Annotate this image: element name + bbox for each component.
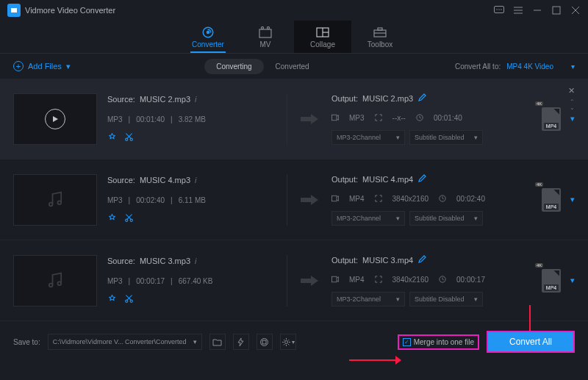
menu-icon[interactable]: [513, 5, 523, 15]
thumbnail[interactable]: [13, 255, 97, 306]
file-row[interactable]: Source:MUSIC 3.mp3i MP3|00:00:17|667.40 …: [0, 240, 588, 321]
svg-point-23: [130, 138, 132, 140]
chevron-down-icon: ▾: [193, 338, 197, 345]
rename-icon[interactable]: [417, 255, 426, 265]
source-name: MUSIC 4.mp3: [140, 176, 190, 184]
convert-all-button[interactable]: Convert All: [487, 331, 575, 353]
move-down-icon[interactable]: ⌄: [570, 105, 575, 111]
out-res: 3840x2160: [392, 195, 429, 203]
svg-point-3: [501, 9, 501, 10]
svg-point-40: [284, 340, 287, 343]
subtitle-select[interactable]: Subtitle Disabled▾: [409, 292, 483, 306]
out-format: MP4: [349, 276, 365, 284]
app-title: Vidmore Video Converter: [25, 6, 115, 15]
output-name: MUSIC 2.mp3: [362, 94, 413, 103]
svg-point-34: [126, 300, 128, 302]
rename-icon[interactable]: [417, 93, 426, 104]
resolution-icon: [375, 195, 382, 204]
video-icon: [331, 114, 339, 123]
annotation-arrow: [349, 359, 397, 361]
cut-icon[interactable]: [124, 294, 134, 305]
info-icon[interactable]: i: [195, 95, 196, 104]
subtitle-select[interactable]: Subtitle Disabled▾: [409, 130, 483, 145]
tab-mv[interactable]: MV: [237, 21, 294, 53]
resolution-icon: [375, 114, 382, 123]
output-preset[interactable]: 4K MP4: [538, 187, 564, 213]
remove-icon[interactable]: ✕: [568, 86, 575, 96]
out-duration: 00:01:40: [434, 114, 462, 122]
effects-icon[interactable]: [107, 132, 117, 143]
svg-point-35: [130, 300, 132, 302]
svg-point-12: [207, 31, 209, 33]
out-res: 3840x2160: [392, 276, 429, 284]
collage-icon: [316, 26, 329, 39]
convert-all-to-label: Convert All to:: [455, 62, 501, 71]
rename-icon[interactable]: [417, 174, 426, 184]
add-files-button[interactable]: + Add Files ▾: [13, 61, 71, 71]
audio-channel-select[interactable]: MP3-2Channel▾: [331, 292, 405, 306]
maximize-icon[interactable]: [551, 5, 562, 15]
audio-channel-select[interactable]: MP3-2Channel▾: [331, 130, 405, 145]
file-row[interactable]: Source:MUSIC 2.mp3i MP3|00:01:40|3.82 MB…: [0, 79, 588, 159]
chevron-down-icon[interactable]: ▾: [570, 195, 575, 204]
svg-point-22: [126, 138, 128, 140]
svg-point-26: [49, 202, 53, 206]
output-name: MUSIC 3.mp4: [362, 256, 413, 265]
effects-icon[interactable]: [107, 294, 117, 305]
seg-converted[interactable]: Converted: [264, 59, 321, 74]
minimize-icon[interactable]: [532, 5, 542, 15]
effects-icon[interactable]: [107, 213, 117, 224]
info-icon[interactable]: i: [195, 176, 196, 184]
tab-toolbox[interactable]: Toolbox: [351, 21, 409, 53]
app-logo: [7, 4, 21, 17]
footer: Save to: C:\Vidmore\Vidmore V... Convert…: [0, 325, 588, 359]
chevron-down-icon[interactable]: ▾: [570, 276, 575, 285]
output-preset[interactable]: 4K MP4: [538, 268, 564, 294]
source-label: Source:: [107, 95, 135, 104]
preset-selector[interactable]: MP4 4K Video ▾: [506, 62, 575, 71]
settings-button[interactable]: ▾: [280, 334, 296, 350]
thumbnail[interactable]: [13, 93, 97, 145]
src-duration: 00:01:40: [136, 115, 165, 123]
svg-point-15: [268, 26, 270, 29]
chevron-down-icon[interactable]: ▾: [570, 114, 575, 123]
checkbox-checked-icon: ✓: [403, 338, 411, 346]
close-icon[interactable]: [570, 5, 581, 15]
clock-icon: [439, 195, 446, 204]
src-duration: 00:02:40: [136, 196, 165, 204]
audio-channel-select[interactable]: MP3-2Channel▾: [331, 211, 405, 226]
tab-converter[interactable]: Converter: [179, 21, 237, 53]
file-list: Source:MUSIC 2.mp3i MP3|00:01:40|3.82 MB…: [0, 79, 588, 325]
chevron-down-icon: ▾: [474, 295, 478, 303]
seg-converting[interactable]: Converting: [204, 59, 263, 74]
converter-icon: [201, 26, 215, 39]
info-icon[interactable]: i: [195, 257, 196, 265]
hardware-accel-button[interactable]: [233, 334, 249, 350]
subtitle-select[interactable]: Subtitle Disabled▾: [409, 211, 483, 226]
feedback-icon[interactable]: [494, 5, 504, 15]
src-size: 6.11 MB: [179, 196, 206, 204]
segment-toggle: Converting Converted: [204, 59, 321, 74]
source-label: Source:: [107, 176, 135, 184]
src-format: MP3: [107, 115, 123, 123]
cut-icon[interactable]: [124, 132, 134, 143]
output-preset[interactable]: 4K MP4: [538, 106, 564, 132]
task-schedule-button[interactable]: [257, 334, 273, 350]
music-icon: [45, 270, 65, 292]
svg-point-33: [58, 282, 62, 285]
src-size: 3.82 MB: [179, 115, 206, 123]
out-res: --x--: [392, 114, 406, 122]
svg-rect-39: [262, 340, 266, 344]
music-icon: [45, 189, 65, 211]
merge-checkbox[interactable]: ✓ Merge into one file: [398, 334, 479, 350]
thumbnail[interactable]: [13, 174, 97, 226]
cut-icon[interactable]: [124, 213, 134, 224]
save-path-select[interactable]: C:\Vidmore\Vidmore V... Converter\Conver…: [48, 334, 202, 350]
out-format: MP3: [349, 114, 365, 122]
source-name: MUSIC 3.mp3: [140, 257, 190, 265]
arrow-icon: [298, 194, 321, 206]
file-row[interactable]: Source:MUSIC 4.mp3i MP3|00:02:40|6.11 MB…: [0, 159, 588, 240]
chevron-down-icon: ▾: [396, 134, 400, 141]
open-folder-button[interactable]: [209, 334, 226, 350]
tab-collage[interactable]: Collage: [294, 21, 351, 53]
